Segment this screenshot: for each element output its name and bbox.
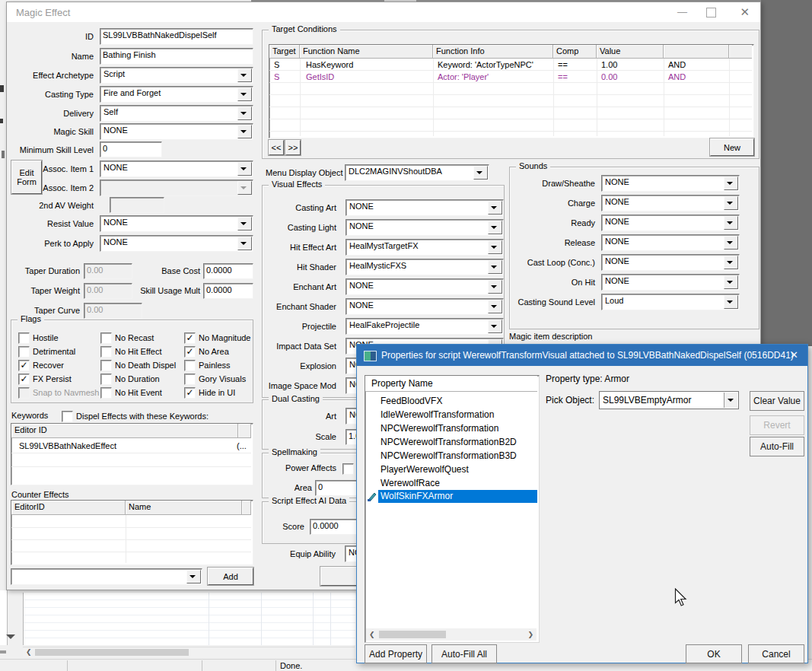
flag-checkbox[interactable] bbox=[18, 332, 30, 344]
dispel-keywords-checkbox[interactable] bbox=[62, 411, 73, 422]
close-icon[interactable]: ✕ bbox=[740, 5, 750, 19]
skill-usage-field[interactable]: 0.0000 bbox=[203, 283, 253, 299]
dropdown-arrow-icon[interactable] bbox=[237, 107, 252, 120]
property-item[interactable]: NPCWerewolfTransformation bbox=[381, 423, 498, 434]
maximize-icon[interactable] bbox=[706, 8, 716, 17]
counter-add-dropdown[interactable] bbox=[11, 568, 202, 585]
id-field[interactable]: SL99LVBBathNakedDispelSelf bbox=[100, 28, 253, 45]
conditions-next-button[interactable]: >> bbox=[285, 140, 301, 155]
col-header-function-name[interactable]: Function Name bbox=[300, 45, 433, 59]
dropdown-arrow-icon[interactable] bbox=[237, 217, 252, 231]
casting-art-dropdown[interactable]: NONE bbox=[345, 199, 504, 216]
dropdown-arrow-icon[interactable] bbox=[237, 87, 252, 101]
condition-row[interactable]: S GetIsID Actor: 'Player' == 0.00 AND bbox=[269, 71, 752, 83]
scroll-left-icon[interactable]: ❮ bbox=[26, 649, 32, 656]
dropdown-arrow-icon[interactable] bbox=[237, 68, 252, 82]
properties-titlebar[interactable]: Properties for script WerewolfTransformV… bbox=[357, 345, 807, 366]
properties-ok-button[interactable]: OK bbox=[686, 644, 742, 663]
dropdown-arrow-icon[interactable] bbox=[724, 275, 738, 289]
dropdown-arrow-icon[interactable] bbox=[488, 201, 502, 215]
property-item[interactable]: NPCWerewolfTransformationB3D bbox=[381, 450, 517, 461]
property-item[interactable]: PlayerWerewolfQuest bbox=[381, 464, 469, 475]
dropdown-arrow-icon[interactable] bbox=[473, 166, 488, 180]
dropdown-arrow-icon[interactable] bbox=[724, 216, 738, 230]
scrollbar-thumb[interactable] bbox=[379, 631, 446, 638]
flag-checkbox[interactable] bbox=[100, 374, 112, 385]
horizontal-scrollbar[interactable]: ❮ bbox=[23, 647, 355, 657]
resist-value-dropdown[interactable]: NONE bbox=[100, 215, 253, 232]
minimize-icon[interactable]: — bbox=[677, 6, 687, 17]
delivery-dropdown[interactable]: Self bbox=[100, 105, 253, 122]
release-dropdown[interactable]: NONE bbox=[601, 234, 740, 251]
flag-checkbox[interactable] bbox=[100, 332, 112, 344]
flag-checkbox[interactable] bbox=[100, 360, 112, 371]
casting-type-dropdown[interactable]: Fire and Forget bbox=[100, 86, 253, 103]
dropdown-arrow-icon[interactable] bbox=[724, 196, 738, 210]
flag-checkbox[interactable] bbox=[100, 346, 112, 358]
dropdown-arrow-icon[interactable] bbox=[488, 221, 502, 234]
magic-skill-dropdown[interactable]: NONE bbox=[100, 123, 253, 140]
perk-apply-dropdown[interactable]: NONE bbox=[100, 235, 253, 252]
property-item[interactable]: NPCWerewolfTransformationB2D bbox=[381, 437, 517, 447]
flag-checkbox[interactable] bbox=[18, 346, 30, 358]
dropdown-arrow-icon[interactable] bbox=[488, 320, 502, 333]
dropdown-arrow-icon[interactable] bbox=[237, 162, 252, 176]
keywords-header[interactable]: Editor ID bbox=[11, 424, 238, 438]
auto-fill-all-button[interactable]: Auto-Fill All bbox=[431, 644, 497, 663]
archetype-dropdown[interactable]: Script bbox=[100, 67, 253, 84]
add-counter-button[interactable]: Add bbox=[208, 568, 253, 585]
flag-checkbox[interactable] bbox=[100, 387, 112, 399]
col-header-blank[interactable] bbox=[729, 45, 752, 59]
conditions-table[interactable]: Target Function Name Function Info Comp … bbox=[269, 44, 754, 138]
base-cost-field[interactable]: 0.0000 bbox=[203, 263, 253, 279]
hit-effect-art-dropdown[interactable]: HealMystTargetFX bbox=[345, 239, 504, 256]
dropdown-arrow-icon[interactable] bbox=[237, 125, 252, 138]
keyword-row[interactable]: SL99LVBBathNakedEffect bbox=[19, 441, 116, 450]
dropdown-arrow-icon[interactable] bbox=[237, 237, 252, 250]
property-item[interactable]: WerewolfRace bbox=[381, 478, 440, 488]
hit-shader-dropdown[interactable]: HealMysticFXS bbox=[345, 259, 504, 275]
auto-fill-button[interactable]: Auto-Fill bbox=[750, 437, 804, 456]
col-header-function-info[interactable]: Function Info bbox=[433, 45, 553, 59]
dropdown-arrow-icon[interactable] bbox=[724, 236, 738, 250]
on-hit-dropdown[interactable]: NONE bbox=[601, 274, 740, 291]
property-item[interactable]: FeedBloodVFX bbox=[381, 396, 442, 406]
dropdown-arrow-icon[interactable] bbox=[724, 176, 738, 190]
property-item-selected[interactable]: WolfSkinFXArmor bbox=[378, 490, 537, 503]
new-condition-button[interactable]: New bbox=[710, 138, 754, 156]
dropdown-arrow-icon[interactable] bbox=[488, 280, 502, 294]
property-list-scrollbar[interactable]: ❮ ❯ bbox=[366, 628, 537, 641]
menu-display-dropdown[interactable]: DLC2MAGINVShoutDBA bbox=[345, 164, 489, 181]
enchant-art-dropdown[interactable]: NONE bbox=[345, 278, 504, 295]
flag-checkbox[interactable]: ✓ bbox=[184, 387, 196, 399]
flag-checkbox[interactable]: ✓ bbox=[184, 346, 196, 358]
property-list[interactable]: Property Name FeedBloodVFX IdleWerewolfT… bbox=[365, 375, 540, 643]
scroll-down-icon[interactable] bbox=[6, 634, 15, 644]
clear-value-button[interactable]: Clear Value bbox=[750, 391, 804, 411]
condition-row[interactable]: S HasKeyword Keyword: 'ActorTypeNPC' == … bbox=[269, 59, 752, 71]
casting-light-dropdown[interactable]: NONE bbox=[345, 219, 504, 236]
flag-checkbox[interactable]: ✓ bbox=[18, 360, 30, 371]
ready-dropdown[interactable]: NONE bbox=[601, 215, 740, 231]
col-header-value[interactable]: Value bbox=[597, 45, 664, 59]
casting-sound-level-dropdown[interactable]: Loud bbox=[601, 294, 740, 310]
keywords-list[interactable]: Editor ID SL99LVBBathNakedEffect (... bbox=[11, 423, 253, 485]
dropdown-arrow-icon[interactable] bbox=[488, 300, 502, 313]
col-header-blank[interactable] bbox=[664, 45, 729, 59]
charge-dropdown[interactable]: NONE bbox=[601, 195, 740, 211]
dropdown-arrow-icon[interactable] bbox=[488, 240, 502, 254]
draw-sheathe-dropdown[interactable]: NONE bbox=[601, 175, 740, 192]
dropdown-arrow-icon[interactable] bbox=[724, 256, 738, 269]
scroll-left-icon[interactable]: ❮ bbox=[369, 631, 375, 638]
counter-header-extra[interactable] bbox=[242, 501, 251, 515]
add-property-button[interactable]: Add Property bbox=[365, 644, 427, 663]
dropdown-arrow-icon[interactable] bbox=[488, 260, 502, 274]
dropdown-arrow-icon[interactable] bbox=[186, 570, 201, 584]
dropdown-arrow-icon[interactable] bbox=[724, 295, 738, 309]
counter-header-name[interactable]: Name bbox=[126, 501, 242, 515]
flag-checkbox[interactable]: ✓ bbox=[184, 332, 196, 344]
counter-header-editorid[interactable]: EditorID bbox=[11, 501, 126, 515]
scroll-right-icon[interactable]: ❯ bbox=[527, 631, 533, 638]
conditions-prev-button[interactable]: << bbox=[269, 140, 284, 155]
power-affects-checkbox[interactable] bbox=[342, 463, 354, 475]
